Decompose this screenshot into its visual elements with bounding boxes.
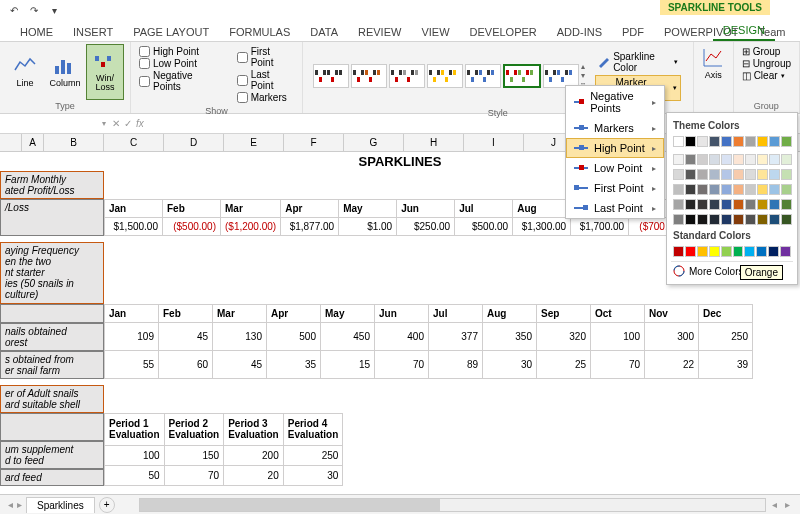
color-swatch[interactable] — [781, 136, 792, 147]
col-I[interactable]: I — [464, 134, 524, 151]
marker-negative-points[interactable]: Negative Points▸ — [566, 86, 664, 118]
cell[interactable]: 25 — [537, 351, 591, 379]
cell[interactable]: $250.00 — [397, 218, 455, 236]
cell[interactable]: $1.00 — [339, 218, 397, 236]
color-swatch[interactable] — [709, 169, 720, 180]
cell[interactable]: 377 — [429, 323, 483, 351]
cell[interactable]: 130 — [213, 323, 267, 351]
color-swatch[interactable] — [769, 154, 780, 165]
color-swatch[interactable] — [757, 136, 768, 147]
color-swatch[interactable] — [781, 154, 792, 165]
tab-developer[interactable]: DEVELOPER — [460, 23, 547, 41]
tab-home[interactable]: HOME — [10, 23, 63, 41]
tab-data[interactable]: DATA — [300, 23, 348, 41]
color-swatch[interactable] — [697, 154, 708, 165]
scroll-right-button[interactable]: ▸ — [783, 499, 792, 510]
cell[interactable]: 45 — [213, 351, 267, 379]
color-swatch[interactable] — [721, 246, 732, 257]
cell[interactable]: 320 — [537, 323, 591, 351]
color-swatch[interactable] — [673, 246, 684, 257]
color-swatch[interactable] — [757, 214, 768, 225]
cell[interactable]: 15 — [321, 351, 375, 379]
color-swatch[interactable] — [685, 246, 696, 257]
tab-insert[interactable]: INSERT — [63, 23, 123, 41]
tab-pdf[interactable]: PDF — [612, 23, 654, 41]
high-point-checkbox[interactable]: High Point — [139, 46, 221, 57]
col-G[interactable]: G — [344, 134, 404, 151]
color-swatch[interactable] — [673, 184, 684, 195]
cell[interactable]: 70 — [591, 351, 645, 379]
cell[interactable]: 250 — [699, 323, 753, 351]
ungroup-button[interactable]: ⊟Ungroup — [742, 58, 791, 69]
color-swatch[interactable] — [697, 169, 708, 180]
marker-high-point[interactable]: High Point▸ — [566, 138, 664, 158]
qat-customize-button[interactable]: ▾ — [46, 2, 62, 18]
color-swatch[interactable] — [768, 246, 779, 257]
cell[interactable]: 45 — [159, 323, 213, 351]
scroll-left-button[interactable]: ◂ — [770, 499, 779, 510]
color-swatch[interactable] — [769, 136, 780, 147]
color-swatch[interactable] — [733, 136, 744, 147]
tab-review[interactable]: REVIEW — [348, 23, 411, 41]
color-swatch[interactable] — [673, 154, 684, 165]
color-swatch[interactable] — [721, 199, 732, 210]
marker-first-point[interactable]: First Point▸ — [566, 178, 664, 198]
color-swatch[interactable] — [709, 154, 720, 165]
color-swatch[interactable] — [721, 169, 732, 180]
color-swatch[interactable] — [697, 214, 708, 225]
color-swatch[interactable] — [685, 184, 696, 195]
add-sheet-button[interactable]: + — [99, 497, 115, 513]
cell[interactable]: 150 — [164, 445, 224, 465]
cancel-formula-icon[interactable]: ✕ — [112, 118, 120, 129]
color-swatch[interactable] — [733, 169, 744, 180]
tab-addins[interactable]: ADD-INS — [547, 23, 612, 41]
tab-page-layout[interactable]: PAGE LAYOUT — [123, 23, 219, 41]
color-swatch[interactable] — [769, 184, 780, 195]
cell[interactable]: 100 — [591, 323, 645, 351]
redo-button[interactable]: ↷ — [26, 2, 42, 18]
color-swatch[interactable] — [673, 214, 684, 225]
style-swatch-7[interactable] — [543, 64, 579, 88]
color-swatch[interactable] — [757, 169, 768, 180]
color-swatch[interactable] — [757, 154, 768, 165]
color-swatch[interactable] — [697, 136, 708, 147]
color-swatch[interactable] — [769, 169, 780, 180]
cell[interactable]: 450 — [321, 323, 375, 351]
color-swatch[interactable] — [685, 214, 696, 225]
negative-points-checkbox[interactable]: Negative Points — [139, 70, 221, 92]
cell[interactable]: ($1,200.00) — [221, 218, 281, 236]
color-swatch[interactable] — [745, 136, 756, 147]
color-swatch[interactable] — [721, 136, 732, 147]
clear-button[interactable]: ◫Clear ▾ — [742, 70, 791, 81]
color-swatch[interactable] — [697, 199, 708, 210]
color-swatch[interactable] — [673, 136, 684, 147]
color-swatch[interactable] — [721, 214, 732, 225]
color-swatch[interactable] — [769, 199, 780, 210]
color-swatch[interactable] — [733, 199, 744, 210]
tab-view[interactable]: VIEW — [411, 23, 459, 41]
sparkline-line-button[interactable]: Line — [6, 44, 44, 100]
last-point-checkbox[interactable]: Last Point — [237, 69, 294, 91]
cell[interactable]: 60 — [159, 351, 213, 379]
col-F[interactable]: F — [284, 134, 344, 151]
color-swatch[interactable] — [757, 184, 768, 195]
color-swatch[interactable] — [709, 184, 720, 195]
color-swatch[interactable] — [745, 214, 756, 225]
color-swatch[interactable] — [733, 154, 744, 165]
low-point-checkbox[interactable]: Low Point — [139, 58, 221, 69]
color-swatch[interactable] — [673, 199, 684, 210]
color-swatch[interactable] — [685, 199, 696, 210]
horizontal-scrollbar[interactable] — [139, 498, 766, 512]
sparkline-column-button[interactable]: Column — [46, 44, 84, 100]
scroll-thumb[interactable] — [140, 499, 440, 511]
cell[interactable]: 55 — [105, 351, 159, 379]
color-swatch[interactable] — [685, 169, 696, 180]
sheet-nav-next[interactable]: ▸ — [17, 499, 22, 510]
fx-icon[interactable]: fx — [136, 118, 144, 129]
color-swatch[interactable] — [709, 214, 720, 225]
cell[interactable]: 70 — [375, 351, 429, 379]
col-D[interactable]: D — [164, 134, 224, 151]
cell[interactable]: ($500.00) — [163, 218, 221, 236]
color-swatch[interactable] — [781, 199, 792, 210]
style-swatch-4[interactable] — [427, 64, 463, 88]
